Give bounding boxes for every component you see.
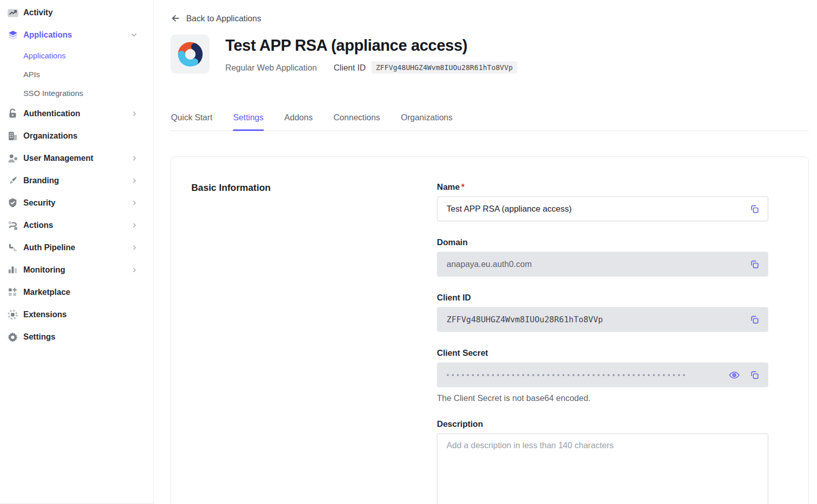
sidebar-item-label: Branding xyxy=(23,176,59,185)
chevron-right-icon xyxy=(131,110,138,117)
name-label: Name xyxy=(437,182,460,192)
tab-bar: Quick StartSettingsAddonsConnectionsOrga… xyxy=(171,107,809,131)
tab-settings[interactable]: Settings xyxy=(233,107,264,130)
sidebar-item-label: SSO Integrations xyxy=(23,89,83,98)
sidebar-item-label: APIs xyxy=(23,70,40,79)
chevron-right-icon xyxy=(131,155,138,162)
logo-blue-arc xyxy=(181,54,194,63)
sidebar-item-authentication[interactable]: Authentication xyxy=(0,103,153,125)
lock-icon xyxy=(7,108,19,120)
sidebar-nav: ActivityApplicationsApplicationsAPIsSSO … xyxy=(0,2,153,348)
description-textarea[interactable] xyxy=(447,441,759,502)
field-client-id: Client ID xyxy=(437,293,768,332)
chip-icon xyxy=(7,309,19,321)
field-client-secret: Client Secret The Client Secret is not b… xyxy=(437,348,768,403)
sidebar-item-label: Marketplace xyxy=(23,288,71,297)
back-link[interactable]: Back to Applications xyxy=(171,13,261,23)
sidebar-item-label: Extensions xyxy=(23,310,66,319)
sidebar-item-apis[interactable]: APIs xyxy=(0,65,153,84)
sidebar-item-auth-pipeline[interactable]: Auth Pipeline xyxy=(0,237,153,259)
tab-quick-start[interactable]: Quick Start xyxy=(171,107,213,130)
field-domain: Domain xyxy=(437,238,768,277)
sidebar-item-applications[interactable]: Applications xyxy=(0,24,153,46)
user-gear-icon xyxy=(7,152,19,164)
domain-input-wrapper xyxy=(437,252,768,277)
main-content: Back to Applications Test APP RSA (appli… xyxy=(154,0,817,504)
sidebar-item-label: Authentication xyxy=(23,109,80,118)
app-type: Regular Web Application xyxy=(225,63,317,73)
copy-icon[interactable] xyxy=(748,314,761,326)
tab-organizations[interactable]: Organizations xyxy=(400,107,453,130)
sidebar-item-actions[interactable]: Actions xyxy=(0,214,153,237)
sidebar-item-user-management[interactable]: User Management xyxy=(0,147,153,170)
building-icon xyxy=(7,130,19,142)
eye-icon[interactable] xyxy=(728,368,741,382)
pipeline-icon xyxy=(7,242,19,254)
client-id-input-wrapper xyxy=(437,307,768,332)
sidebar-item-label: Settings xyxy=(23,332,55,342)
sidebar-item-applications-sub[interactable]: Applications xyxy=(0,46,153,65)
description-input-wrapper xyxy=(437,433,768,504)
sidebar-item-marketplace[interactable]: Marketplace xyxy=(0,281,153,304)
name-input-wrapper xyxy=(437,196,768,221)
client-id-badge[interactable]: ZFFVg48UHGZ4Wvm8IUOu28R61hTo8VVp xyxy=(371,61,518,74)
sidebar-item-label: User Management xyxy=(23,154,93,163)
sidebar-item-label: Actions xyxy=(23,221,53,230)
sidebar-item-sso-integrations[interactable]: SSO Integrations xyxy=(0,84,153,103)
sidebar-item-label: Security xyxy=(23,198,55,208)
arrow-left-icon xyxy=(171,13,181,23)
bar-chart-icon xyxy=(7,264,19,276)
domain-input xyxy=(447,259,739,269)
back-label: Back to Applications xyxy=(186,14,261,23)
chevron-right-icon xyxy=(131,222,138,229)
shield-check-icon xyxy=(7,197,19,209)
chevron-down-icon xyxy=(130,31,138,39)
gear-icon xyxy=(7,331,19,343)
client-secret-helper: The Client Secret is not base64 encoded. xyxy=(437,393,768,403)
sidebar-item-extensions[interactable]: Extensions xyxy=(0,304,153,326)
settings-card: Basic Information Name * xyxy=(171,156,809,504)
chevron-right-icon xyxy=(131,199,138,207)
field-description: Description xyxy=(437,419,768,504)
chevron-right-icon xyxy=(131,244,138,251)
chevron-right-icon xyxy=(131,177,138,184)
app-header: Test APP RSA (appliance access) Regular … xyxy=(171,35,809,74)
sidebar-item-activity[interactable]: Activity xyxy=(0,2,153,24)
tab-addons[interactable]: Addons xyxy=(284,107,313,130)
sidebar: ActivityApplicationsApplicationsAPIsSSO … xyxy=(0,0,154,504)
activity-icon xyxy=(7,7,19,19)
sidebar-item-monitoring[interactable]: Monitoring xyxy=(0,259,153,281)
flow-icon xyxy=(7,219,19,231)
applications-icon xyxy=(7,29,19,41)
tab-connections[interactable]: Connections xyxy=(333,107,381,130)
sidebar-item-branding[interactable]: Branding xyxy=(0,170,153,192)
sidebar-item-label: Auth Pipeline xyxy=(23,243,75,252)
domain-label: Domain xyxy=(437,238,468,247)
grid-plus-icon xyxy=(7,286,19,298)
client-secret-input-wrapper xyxy=(437,362,768,387)
sidebar-item-label: Applications xyxy=(23,30,72,40)
sidebar-item-organizations[interactable]: Organizations xyxy=(0,125,153,147)
description-label: Description xyxy=(437,419,483,429)
client-id-label: Client ID xyxy=(333,63,365,73)
field-name: Name * xyxy=(437,182,768,221)
sidebar-item-label: Organizations xyxy=(23,131,78,141)
section-title: Basic Information xyxy=(191,182,437,193)
app-logo xyxy=(171,35,210,74)
client-secret-input xyxy=(447,371,719,379)
client-secret-label: Client Secret xyxy=(437,348,488,358)
copy-icon[interactable] xyxy=(748,369,761,381)
client-id-field-label: Client ID xyxy=(437,293,471,303)
copy-icon[interactable] xyxy=(748,258,761,271)
paintbrush-icon xyxy=(7,175,19,187)
name-input[interactable] xyxy=(447,204,739,214)
page-title: Test APP RSA (appliance access) xyxy=(225,37,517,55)
sidebar-item-settings[interactable]: Settings xyxy=(0,326,153,348)
sidebar-item-label: Applications xyxy=(23,51,66,60)
sidebar-item-label: Monitoring xyxy=(23,265,65,275)
sidebar-item-security[interactable]: Security xyxy=(0,192,153,214)
client-id-input xyxy=(447,315,739,324)
copy-icon[interactable] xyxy=(748,203,761,215)
sidebar-item-label: Activity xyxy=(23,8,53,17)
chevron-right-icon xyxy=(131,266,138,274)
